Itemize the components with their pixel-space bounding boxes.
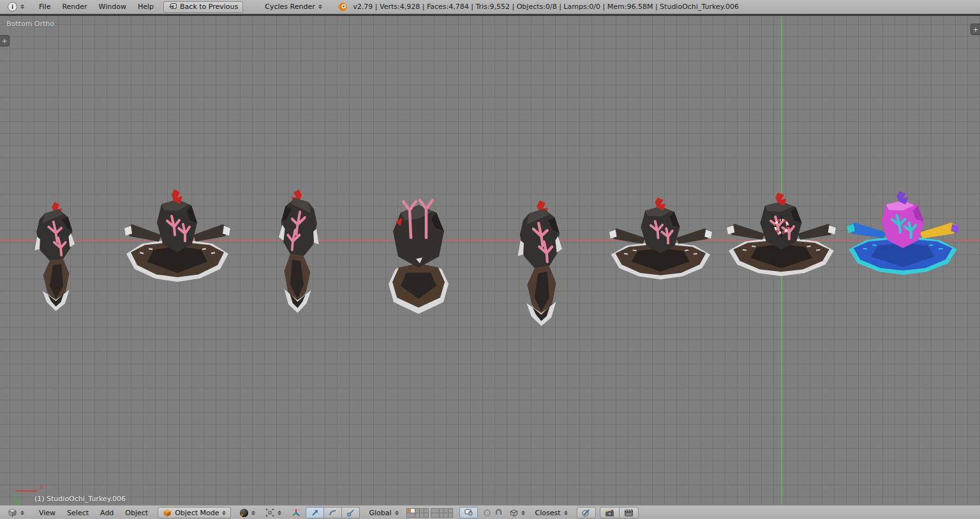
menu-select[interactable]: Select	[61, 509, 94, 517]
properties-expand-button[interactable]	[970, 24, 980, 35]
layers-widget[interactable]	[406, 508, 453, 517]
rotate-arc-icon	[329, 509, 337, 517]
menu-file[interactable]: File	[33, 3, 56, 11]
model-turkey-4[interactable]	[389, 200, 449, 314]
lock-icon	[464, 509, 473, 516]
chevron-updown-icon	[318, 4, 322, 9]
camera-icon	[605, 509, 614, 517]
object-mode-cube-icon	[163, 509, 172, 517]
chevron-updown-icon	[222, 511, 226, 515]
scene-statistics: v2.79 | Verts:4,928 | Faces:4,784 | Tris…	[353, 3, 739, 11]
orientation-value: Global	[369, 509, 391, 517]
menu-window[interactable]: Window	[93, 3, 132, 11]
chevron-updown-icon	[251, 511, 255, 515]
chevron-updown-icon	[395, 511, 399, 515]
snap-element-select[interactable]	[505, 507, 530, 518]
viewport-header: View Select Add Object Object Mode	[0, 505, 980, 519]
scene-models: x y	[0, 16, 980, 505]
top-header: File Render Window Help Back to Previous…	[0, 0, 980, 14]
menu-add[interactable]: Add	[94, 509, 119, 517]
layer-cell[interactable]	[435, 513, 440, 518]
clapperboard-icon	[624, 509, 634, 517]
editor-type-selector[interactable]	[3, 507, 29, 518]
layer-cell[interactable]	[449, 513, 453, 518]
pen-circle-icon	[582, 509, 591, 517]
toolshelf-expand-button[interactable]	[0, 35, 10, 47]
model-turkey-2[interactable]	[124, 189, 230, 282]
axis-x-label: x	[40, 483, 44, 490]
back-to-previous-button[interactable]: Back to Previous	[163, 1, 243, 13]
snap-magnet-icon[interactable]	[493, 509, 505, 517]
model-turkey-3[interactable]	[279, 189, 319, 313]
pivot-point-select[interactable]	[260, 507, 286, 518]
snap-element-cube-icon	[510, 509, 518, 517]
back-to-previous-label: Back to Previous	[180, 3, 238, 11]
active-object-label: (1) StudioOchi_Turkey.006	[34, 495, 126, 503]
layer-group-2[interactable]	[431, 508, 453, 517]
translate-arrow-icon	[311, 509, 319, 517]
viewport-editor-icon	[8, 508, 17, 517]
snap-target-value: Closest	[535, 509, 561, 517]
editor-type-selector[interactable]	[3, 1, 29, 13]
pen-circle-button[interactable]	[577, 507, 596, 518]
layer-cell[interactable]	[420, 513, 424, 518]
chevron-updown-icon	[20, 4, 24, 9]
layer-cell[interactable]	[411, 513, 415, 518]
scale-icon	[346, 509, 355, 517]
opengl-render-image-button[interactable]	[600, 507, 620, 518]
manipulator-rotate-button[interactable]	[324, 507, 342, 518]
view-name-label: Bottom Ortho	[6, 20, 54, 28]
model-turkey-5[interactable]	[518, 200, 562, 326]
menu-view[interactable]: View	[33, 509, 61, 517]
proportional-edit-icon[interactable]	[482, 509, 493, 517]
back-arrow-icon	[168, 3, 177, 10]
layer-cell[interactable]	[440, 513, 444, 518]
viewport-shading-select[interactable]	[235, 507, 260, 518]
render-engine-select[interactable]: Cycles Render	[260, 1, 326, 13]
layer-cell[interactable]	[424, 513, 429, 518]
mode-value: Object Mode	[175, 509, 219, 517]
menu-render[interactable]: Render	[56, 3, 93, 11]
chevron-updown-icon	[20, 511, 24, 515]
layer-cell[interactable]	[415, 513, 420, 518]
layer-cell[interactable]	[444, 513, 449, 518]
pivot-point-icon	[265, 508, 274, 517]
blender-logo-icon	[338, 2, 348, 12]
layer-group-1[interactable]	[406, 508, 429, 517]
chevron-updown-icon	[278, 511, 281, 515]
model-turkey-6[interactable]	[609, 198, 712, 279]
mode-select[interactable]: Object Mode	[158, 507, 231, 518]
viewport-3d[interactable]: x y Bottom Ortho (1) StudioOchi_Turkey.0…	[0, 16, 980, 505]
chevron-updown-icon	[521, 511, 525, 515]
manipulator-toggle-button[interactable]	[286, 507, 306, 518]
menu-help[interactable]: Help	[132, 3, 160, 11]
snap-target-select[interactable]: Closest	[530, 507, 573, 518]
model-turkey-8-colored[interactable]	[847, 191, 959, 275]
axis-y-label: y	[17, 499, 21, 505]
model-turkey-1[interactable]	[34, 202, 75, 311]
info-editor-icon	[8, 2, 17, 11]
manipulator-translate-button[interactable]	[306, 507, 324, 518]
transform-orientation-select[interactable]: Global	[364, 507, 403, 518]
render-engine-value: Cycles Render	[265, 3, 315, 11]
menu-object[interactable]: Object	[119, 509, 154, 517]
manipulator-scale-button[interactable]	[342, 507, 360, 518]
lock-to-scene-button[interactable]	[459, 507, 478, 518]
shading-sphere-icon	[240, 509, 248, 517]
opengl-render-animation-button[interactable]	[620, 507, 639, 518]
chevron-updown-icon	[564, 511, 568, 515]
manipulator-axes-icon	[292, 508, 301, 517]
